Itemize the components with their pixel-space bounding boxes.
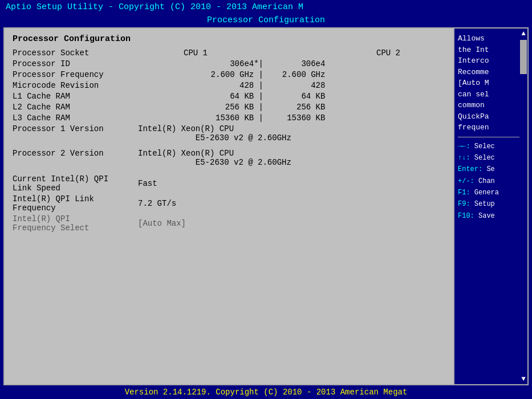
table-row[interactable]: Intel(R) QPIFrequency Select [Auto Max] xyxy=(13,213,445,233)
row-label: Processor Socket xyxy=(13,47,138,58)
spacer-row xyxy=(13,168,445,173)
nav-key-row: →←: Selec xyxy=(458,141,516,152)
help-text: Allowsthe IntIntercoRecomme[Auto Mcan se… xyxy=(458,33,516,133)
scrollbar-down-arrow[interactable]: ▼ xyxy=(520,374,526,384)
row-values: 428 | 428 xyxy=(138,80,445,91)
table-row: Processor 1 Version Intel(R) Xeon(R) CPU… xyxy=(13,123,445,143)
nav-key-row: F9: Setup xyxy=(458,198,516,210)
page-subtitle: Processor Configuration xyxy=(0,14,532,27)
footer-text: Version 2.14.1219. Copyright (C) 2010 - … xyxy=(125,388,408,397)
section-title: Processor Configuration xyxy=(13,34,445,44)
row-label: Processor 1 Version xyxy=(13,123,138,143)
scrollbar-up-arrow[interactable]: ▲ xyxy=(520,28,526,39)
nav-keys: →←: Selec ↑↓: Selec Enter: Se +/-: Chan … xyxy=(458,141,516,222)
row-label: Microcode Revision xyxy=(13,80,138,91)
row-values: [Auto Max] xyxy=(138,213,445,233)
table-row: Processor ID 306e4*| 306e4 xyxy=(13,58,445,69)
row-label: L2 Cache RAM xyxy=(13,101,138,112)
row-label: L3 Cache RAM xyxy=(13,112,138,123)
row-values: Intel(R) Xeon(R) CPU E5-2630 v2 @ 2.60GH… xyxy=(138,123,445,143)
left-panel: Processor Configuration Processor Socket… xyxy=(5,28,453,384)
nav-key-row: Enter: Se xyxy=(458,164,516,175)
row-values: 306e4*| 306e4 xyxy=(138,58,445,69)
row-values: 7.2 GT/s xyxy=(138,193,445,213)
nav-key-row: +/-: Chan xyxy=(458,176,516,187)
nav-key-row: F10: Save xyxy=(458,210,516,222)
row-label: Current Intel(R) QPILink Speed xyxy=(13,173,138,193)
nav-key-row: F1: Genera xyxy=(458,187,516,198)
table-row: Processor Socket CPU 1 CPU 2 xyxy=(13,47,445,58)
main-content: Processor Configuration Processor Socket… xyxy=(3,27,529,385)
spacer-row xyxy=(13,143,445,148)
row-values: Fast xyxy=(138,173,445,193)
nav-key-row: ↑↓: Selec xyxy=(458,152,516,164)
table-row: Intel(R) QPI LinkFrequency 7.2 GT/s xyxy=(13,193,445,213)
scrollbar[interactable]: ▲ ▼ xyxy=(519,28,527,384)
row-values: 64 KB | 64 KB xyxy=(138,91,445,101)
divider xyxy=(458,137,524,137)
table-row: Current Intel(R) QPILink Speed Fast xyxy=(13,173,445,193)
config-table: Processor Socket CPU 1 CPU 2 Processor I… xyxy=(13,47,445,233)
row-values: Intel(R) Xeon(R) CPU E5-2630 v2 @ 2.60GH… xyxy=(138,148,445,168)
row-label: Intel(R) QPIFrequency Select xyxy=(13,213,138,233)
row-values: 2.600 GHz | 2.600 GHz xyxy=(138,69,445,80)
app-title: Aptio Setup Utility - Copyright (C) 2010… xyxy=(6,2,303,12)
table-row: Processor 2 Version Intel(R) Xeon(R) CPU… xyxy=(13,148,445,168)
table-row: L2 Cache RAM 256 KB | 256 KB xyxy=(13,101,445,112)
row-values: CPU 1 CPU 2 xyxy=(138,47,400,58)
row-label: Processor Frequency xyxy=(13,69,138,80)
row-label: Processor ID xyxy=(13,58,138,69)
table-row: L1 Cache RAM 64 KB | 64 KB xyxy=(13,91,445,101)
table-row: Microcode Revision 428 | 428 xyxy=(13,80,445,91)
right-panel: Allowsthe IntIntercoRecomme[Auto Mcan se… xyxy=(453,28,527,384)
title-bar: Aptio Setup Utility - Copyright (C) 2010… xyxy=(0,0,532,14)
row-label: Intel(R) QPI LinkFrequency xyxy=(13,193,138,213)
row-label: L1 Cache RAM xyxy=(13,91,138,101)
table-row: L3 Cache RAM 15360 KB | 15360 KB xyxy=(13,112,445,123)
footer-bar: Version 2.14.1219. Copyright (C) 2010 - … xyxy=(0,385,532,399)
row-values: 15360 KB | 15360 KB xyxy=(138,112,445,123)
table-row: Processor Frequency 2.600 GHz | 2.600 GH… xyxy=(13,69,445,80)
row-values: 256 KB | 256 KB xyxy=(138,101,445,112)
row-label: Processor 2 Version xyxy=(13,148,138,168)
scrollbar-thumb[interactable] xyxy=(520,40,527,74)
